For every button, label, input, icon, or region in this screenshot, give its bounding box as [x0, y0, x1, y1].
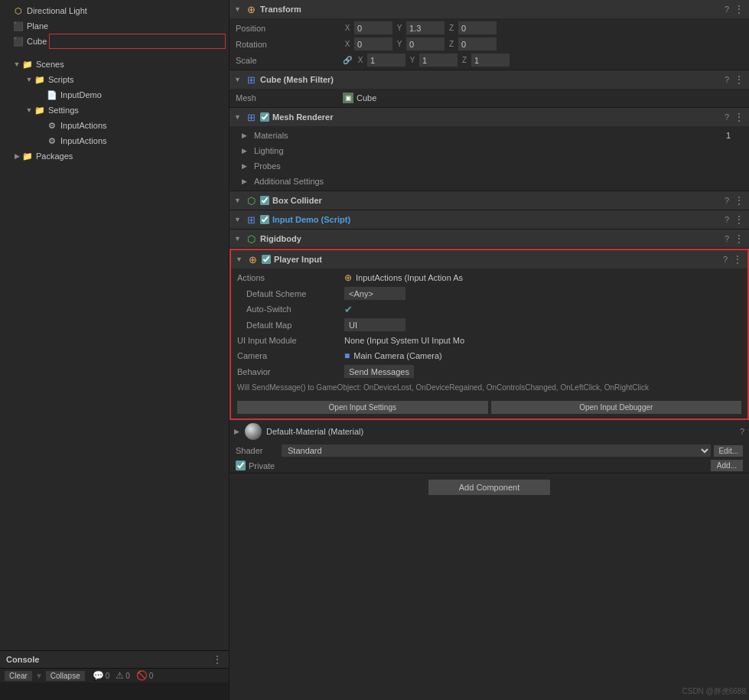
transform-header[interactable]: ▼ ⊕ Transform ? ⋮ — [230, 0, 749, 18]
transform-icon: ⊕ — [245, 3, 257, 15]
project-label: InputDemo — [60, 90, 102, 99]
mesh-renderer-section: ▼ ⊞ Mesh Renderer ? ⋮ ▶ Materials 1 ▶ Li… — [230, 108, 749, 191]
input-demo-help-icon[interactable]: ? — [725, 215, 729, 224]
box-collider-help-icon[interactable]: ? — [725, 196, 729, 205]
mesh-renderer-context-icon[interactable]: ⋮ — [734, 111, 744, 123]
player-input-button-row: Open Input Settings Open Input Debugger — [231, 398, 747, 417]
expand-arrow — [37, 121, 46, 130]
mesh-filter-header[interactable]: ▼ ⊞ Cube (Mesh Filter) ? ⋮ — [230, 70, 749, 89]
position-row: Position X Y Z — [230, 20, 749, 36]
behavior-text: Send Messages — [344, 365, 414, 378]
project-label: InputActions — [60, 136, 107, 145]
box-collider-section: ▼ ⬡ Box Collider ? ⋮ — [230, 191, 749, 210]
box-collider-header[interactable]: ▼ ⬡ Box Collider ? ⋮ — [230, 191, 749, 210]
material-sphere — [245, 423, 262, 440]
rigidbody-context-icon[interactable]: ⋮ — [734, 233, 744, 245]
default-map-label: Default Map — [237, 321, 344, 330]
mesh-filter-context-icon[interactable]: ⋮ — [734, 73, 744, 86]
shader-select[interactable]: Standard — [282, 444, 711, 457]
player-input-header[interactable]: ▼ ⊕ Player Input ? ⋮ — [231, 250, 747, 269]
project-item-inputdemo[interactable]: 📄 InputDemo — [0, 87, 229, 103]
watermark: CSDN @胖虎6688 — [682, 686, 746, 697]
collider-icon: ⬡ — [245, 194, 257, 207]
position-z-input[interactable] — [458, 21, 497, 34]
material-section: ▶ Default-Material (Material) ? Shader S… — [230, 420, 749, 474]
input-demo-arrow: ▼ — [234, 216, 243, 223]
project-item-settings[interactable]: ▼ 📁 Settings — [0, 103, 229, 118]
light-icon: ⬡ — [12, 5, 24, 17]
project-item-scripts[interactable]: ▼ 📁 Scripts — [0, 72, 229, 87]
input-demo-context-icon[interactable]: ⋮ — [734, 213, 744, 226]
folder-icon: 📁 — [34, 104, 46, 116]
camera-label: Camera — [237, 351, 344, 360]
transform-help-icon[interactable]: ? — [725, 5, 729, 14]
console-toolbar: Clear ▼ Collapse 💬 0 ⚠ 0 🚫 0 — [0, 669, 229, 682]
mesh-renderer-arrow: ▼ — [234, 113, 243, 121]
rigidbody-header[interactable]: ▼ ⬡ Rigidbody ? ⋮ — [230, 230, 749, 248]
default-scheme-row: Default Scheme <Any> — [231, 285, 747, 301]
project-item-scenes[interactable]: ▼ 📁 Scenes — [0, 57, 229, 72]
console-clear-button[interactable]: Clear — [5, 671, 32, 681]
hierarchy-item-cube[interactable]: ⬛ Cube — [0, 34, 229, 49]
lighting-expand[interactable]: ▶ Lighting — [230, 143, 749, 158]
rotation-label: Rotation — [236, 40, 343, 49]
box-collider-checkbox[interactable] — [260, 196, 269, 205]
rotation-z-input[interactable] — [458, 37, 497, 50]
expand-arrow: ▼ — [12, 60, 21, 69]
mesh-renderer-help-icon[interactable]: ? — [725, 112, 729, 122]
hierarchy-item-plane[interactable]: ⬛ Plane — [0, 18, 229, 34]
ui-input-module-row: UI Input Module None (Input System UI In… — [231, 333, 747, 348]
scale-row: Scale 🔗 X Y Z — [230, 52, 749, 68]
private-checkbox[interactable] — [236, 461, 246, 470]
scale-z-input[interactable] — [471, 54, 510, 67]
player-input-context-icon[interactable]: ⋮ — [732, 253, 743, 265]
rigidbody-title: Rigidbody — [260, 234, 725, 243]
material-add-button[interactable]: Add... — [711, 460, 743, 471]
transform-section: ▼ ⊕ Transform ? ⋮ Position X Y — [230, 0, 749, 70]
mesh-renderer-title: Mesh Renderer — [272, 112, 725, 122]
rotation-row: Rotation X Y Z — [230, 36, 749, 52]
player-input-section: ▼ ⊕ Player Input ? ⋮ Actions ⊕ InputActi… — [230, 249, 749, 420]
input-demo-checkbox[interactable] — [260, 215, 269, 224]
position-y-input[interactable] — [406, 21, 445, 34]
shader-edit-button[interactable]: Edit... — [714, 445, 743, 457]
project-item-packages[interactable]: ▶ 📁 Packages — [0, 148, 229, 164]
project-label: Packages — [36, 151, 73, 161]
console-menu-button[interactable]: ⋮ — [212, 653, 223, 666]
settings-icon: ⚙ — [46, 135, 58, 147]
rigidbody-icon: ⬡ — [245, 233, 257, 245]
settings-icon: ⚙ — [46, 119, 58, 132]
rotation-y-input[interactable] — [406, 37, 445, 50]
console-warning-count: ⚠ 0 — [116, 670, 130, 681]
project-item-inputactions2[interactable]: ⚙ InputActions — [0, 133, 229, 148]
scale-y-input[interactable] — [419, 54, 458, 67]
add-component-button[interactable]: Add Component — [428, 480, 551, 495]
scale-x-input[interactable] — [367, 54, 405, 67]
input-demo-title: Input Demo (Script) — [272, 215, 725, 224]
position-x-input[interactable] — [354, 21, 392, 34]
input-demo-header[interactable]: ▼ ⊞ Input Demo (Script) ? ⋮ — [230, 210, 749, 229]
behavior-value: Send Messages — [344, 365, 741, 378]
player-input-checkbox[interactable] — [262, 255, 271, 264]
additional-settings-expand[interactable]: ▶ Additional Settings — [230, 174, 749, 189]
actions-value-text: InputActions (Input Action As — [356, 273, 741, 282]
transform-context-icon[interactable]: ⋮ — [734, 3, 744, 15]
materials-expand[interactable]: ▶ Materials 1 — [230, 128, 749, 143]
mesh-renderer-checkbox[interactable] — [260, 112, 269, 122]
material-help-icon[interactable]: ? — [740, 427, 744, 436]
probes-expand[interactable]: ▶ Probes — [230, 158, 749, 174]
open-input-debugger-button[interactable]: Open Input Debugger — [491, 401, 742, 414]
console-collapse-button[interactable]: Collapse — [46, 671, 85, 681]
box-collider-context-icon[interactable]: ⋮ — [734, 194, 744, 207]
hierarchy-item-directional-light[interactable]: ⬡ Directional Light — [0, 3, 229, 18]
project-label: Scenes — [36, 60, 64, 69]
project-item-inputactions1[interactable]: ⚙ InputActions — [0, 118, 229, 133]
rigidbody-help-icon[interactable]: ? — [725, 234, 729, 243]
camera-value: ■ Main Camera (Camera) — [344, 350, 741, 361]
mesh-filter-help-icon[interactable]: ? — [725, 75, 729, 84]
expand-arrow — [3, 21, 12, 31]
rotation-x-input[interactable] — [354, 37, 392, 50]
open-input-settings-button[interactable]: Open Input Settings — [237, 401, 488, 414]
mesh-renderer-header[interactable]: ▼ ⊞ Mesh Renderer ? ⋮ — [230, 108, 749, 126]
player-input-help-icon[interactable]: ? — [723, 255, 728, 264]
